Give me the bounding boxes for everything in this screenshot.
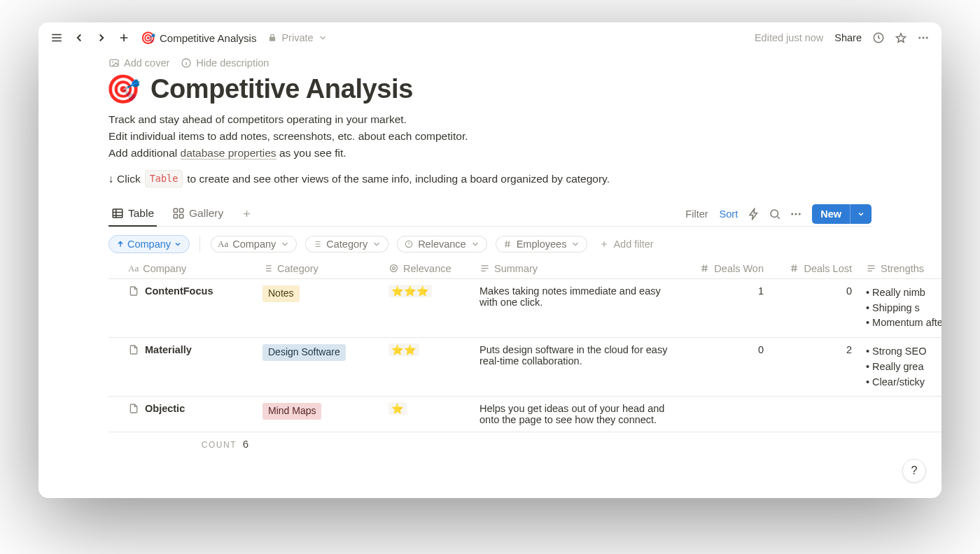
menu-icon[interactable] — [48, 29, 65, 46]
filter-chip-company[interactable]: Aa Company — [210, 235, 298, 253]
image-icon — [108, 57, 120, 69]
chevron-down-icon — [372, 239, 382, 249]
new-button-label: New — [812, 204, 850, 224]
sort-pill-company[interactable]: Company — [108, 235, 190, 253]
svg-point-18 — [393, 267, 396, 270]
tab-table[interactable]: Table — [108, 203, 157, 227]
col-header-company[interactable]: AaCompany — [108, 259, 255, 279]
page-title[interactable]: Competitive Analysis — [150, 74, 413, 104]
svg-rect-4 — [110, 59, 118, 66]
col-header-relevance[interactable]: Relevance — [382, 259, 472, 279]
page-title-row: 🎯 Competitive Analysis — [108, 73, 872, 106]
filter-chip-category[interactable]: Category — [304, 235, 389, 253]
svg-point-2 — [923, 37, 925, 39]
edited-label: Edited just now — [752, 32, 826, 43]
company-cell[interactable]: Materially — [128, 344, 248, 355]
table-row[interactable]: ContentFocusNotes⭐⭐⭐Makes taking notes i… — [108, 278, 941, 337]
text-icon — [479, 263, 490, 274]
add-cover-button[interactable]: Add cover — [108, 57, 169, 69]
count-label: count — [202, 440, 237, 450]
deals-won-cell: 1 — [682, 278, 771, 337]
new-page-icon[interactable] — [115, 29, 132, 46]
lock-icon — [267, 33, 277, 43]
tab-gallery[interactable]: Gallery — [169, 203, 226, 225]
page-emoji[interactable]: 🎯 — [106, 73, 141, 106]
col-header-strengths[interactable]: Strengths — [859, 259, 941, 279]
help-button[interactable]: ? — [902, 459, 926, 483]
count-value: 6 — [243, 438, 248, 450]
table-code-pill: Table — [145, 170, 183, 187]
add-view-button[interactable]: + — [239, 207, 255, 222]
database-properties-link[interactable]: database properties — [181, 147, 276, 159]
table-icon — [111, 207, 124, 220]
nav-back-icon[interactable] — [71, 29, 88, 46]
new-button-chevron[interactable] — [850, 204, 872, 224]
desc-line-3: Add additional database properties as yo… — [108, 145, 872, 162]
company-cell[interactable]: ContentFocus — [128, 285, 248, 297]
chevron-down-icon — [174, 240, 182, 248]
col-header-deals-lost[interactable]: Deals Lost — [771, 259, 859, 279]
privacy-label: Private — [281, 32, 313, 43]
privacy-button[interactable]: Private — [267, 32, 327, 43]
list-icon — [262, 263, 273, 274]
strengths-cell: • Really nimb• Shipping s• Momentum afte… — [859, 278, 941, 337]
category-tag: Mind Maps — [262, 403, 321, 420]
sort-button[interactable]: Sort — [714, 208, 744, 220]
relevance-stars: ⭐⭐⭐ — [388, 285, 432, 297]
sort-pill-label: Company — [127, 239, 171, 250]
table-row[interactable]: MateriallyDesign Software⭐⭐Puts design s… — [108, 338, 941, 397]
favorite-icon[interactable] — [892, 29, 909, 46]
svg-point-15 — [799, 213, 801, 215]
deals-lost-cell: 0 — [771, 278, 859, 337]
deals-lost-cell — [771, 397, 859, 432]
breadcrumb-title: Competitive Analysis — [160, 32, 256, 44]
svg-point-1 — [918, 37, 920, 39]
view-more-icon[interactable] — [785, 208, 806, 220]
svg-rect-10 — [174, 215, 177, 218]
col-header-summary[interactable]: Summary — [472, 259, 682, 279]
chevron-down-icon — [470, 239, 480, 249]
table-row[interactable]: ObjecticMind Maps⭐Helps you get ideas ou… — [108, 397, 941, 432]
page-description[interactable]: Track and stay ahead of competitors oper… — [108, 111, 872, 187]
add-filter-label: Add filter — [613, 239, 653, 250]
svg-point-3 — [926, 37, 928, 39]
col-header-deals-won[interactable]: Deals Won — [682, 259, 771, 279]
views-row: Table Gallery + Filter Sort — [108, 203, 872, 227]
filter-chip-relevance[interactable]: Relevance — [396, 235, 488, 253]
breadcrumb[interactable]: 🎯 Competitive Analysis — [141, 31, 256, 45]
strengths-cell: • Strong SEO• Really grea• Clear/sticky — [859, 338, 941, 397]
hide-description-button[interactable]: Hide description — [181, 57, 269, 69]
new-button[interactable]: New — [812, 204, 872, 224]
divider — [200, 236, 200, 252]
text-icon — [866, 263, 876, 274]
strengths-cell — [859, 397, 941, 432]
category-tag: Notes — [262, 285, 300, 302]
more-icon[interactable] — [915, 29, 932, 46]
share-button[interactable]: Share — [832, 32, 864, 43]
nav-forward-icon[interactable] — [93, 29, 110, 46]
chevron-down-icon — [318, 33, 328, 43]
company-cell[interactable]: Objectic — [128, 403, 248, 414]
table-header-row: AaCompany Category Relevance Summary Dea… — [108, 259, 941, 279]
gallery-icon — [172, 207, 185, 220]
table-count-row: count 6 — [108, 432, 941, 457]
company-name: Materially — [145, 344, 192, 355]
hash-icon — [503, 239, 512, 249]
desc-line-2: Edit individual items to add notes, scre… — [108, 128, 872, 145]
desc-line-1: Track and stay ahead of competitors oper… — [108, 111, 872, 128]
target-icon — [404, 239, 414, 249]
cover-actions: Add cover Hide description — [108, 53, 872, 73]
bolt-icon[interactable] — [743, 208, 764, 220]
page-icon — [128, 344, 139, 355]
breadcrumb-emoji: 🎯 — [141, 31, 155, 45]
add-filter-button[interactable]: Add filter — [599, 239, 653, 250]
filter-chip-employees[interactable]: Employees — [495, 235, 589, 253]
search-icon[interactable] — [764, 208, 785, 220]
deals-won-cell — [682, 397, 771, 432]
relevance-stars: ⭐ — [388, 402, 407, 415]
col-header-category[interactable]: Category — [255, 259, 382, 279]
page-icon — [128, 403, 139, 414]
history-icon[interactable] — [870, 29, 887, 46]
filter-button[interactable]: Filter — [680, 208, 713, 220]
company-name: ContentFocus — [145, 285, 213, 297]
